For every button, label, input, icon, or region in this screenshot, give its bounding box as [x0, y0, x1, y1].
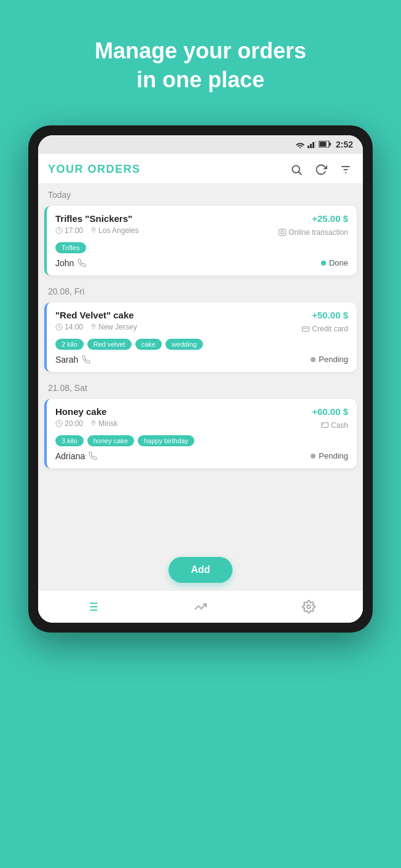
status-dot: [311, 357, 316, 362]
tag: Red velvet: [87, 339, 132, 350]
order-footer: John Done: [55, 258, 348, 268]
svg-point-7: [292, 165, 300, 173]
nav-settings-button[interactable]: [300, 598, 317, 615]
svg-point-14: [281, 231, 284, 234]
svg-rect-6: [319, 142, 326, 147]
order-name: "Red Velvet" cake: [55, 310, 134, 320]
tag: cake: [135, 339, 162, 350]
order-card-redvelvet[interactable]: "Red Velvet" cake +50.00 $ 14:00: [44, 302, 357, 372]
app-header: YOUR ORDERS: [38, 154, 363, 184]
tags-row: Trifles: [55, 242, 348, 253]
order-amount: +60.00 $: [312, 406, 348, 417]
order-time: 20:00: [55, 419, 83, 428]
order-time: 17:00: [55, 226, 83, 235]
hero-section: Manage your orders in one place: [0, 0, 401, 113]
order-header-row: Honey cake +60.00 $: [55, 406, 348, 417]
app-title: YOUR ORDERS: [48, 163, 141, 176]
add-button[interactable]: Add: [169, 557, 232, 583]
device-screen: 2:52 YOUR ORDERS: [38, 135, 363, 623]
device-frame: 2:52 YOUR ORDERS: [28, 125, 373, 633]
battery-icon: [319, 141, 331, 148]
section-2108: 21.08, Sat: [38, 377, 363, 397]
tags-row: 2 kilo Red velvet cake wedding: [55, 339, 348, 350]
order-card-honeycake[interactable]: Honey cake +60.00 $ 20:00: [44, 399, 357, 468]
status-dot: [321, 261, 326, 266]
customer-name: John: [55, 258, 86, 268]
nav-orders-button[interactable]: [84, 598, 101, 615]
svg-rect-1: [310, 144, 312, 148]
svg-rect-3: [315, 141, 316, 148]
order-name: Honey cake: [55, 406, 106, 417]
tag: happy birthday: [138, 435, 194, 446]
content-spacer: [38, 473, 363, 547]
svg-rect-0: [308, 146, 309, 148]
search-button[interactable]: [289, 162, 304, 177]
order-header-row: Trifles "Snickers" +25.00 $: [55, 213, 348, 224]
order-footer: Sarah Pending: [55, 355, 348, 365]
status-time: 2:52: [336, 140, 353, 149]
filter-button[interactable]: [338, 162, 353, 177]
svg-line-8: [299, 172, 302, 175]
order-meta-payment: 20:00 Minsk: [55, 419, 348, 432]
order-payment: Online transaction: [278, 228, 348, 237]
order-location: Los Angeles: [90, 226, 138, 235]
order-meta: 14:00 New Jersey: [55, 323, 137, 331]
svg-rect-5: [329, 143, 331, 146]
status-icons: [295, 141, 331, 148]
order-card-snickers[interactable]: Trifles "Snickers" +25.00 $ 17:00: [44, 206, 357, 275]
nav-analytics-button[interactable]: [192, 598, 209, 615]
svg-point-20: [93, 421, 94, 422]
refresh-button[interactable]: [314, 162, 328, 177]
wifi-icon: [295, 141, 305, 148]
customer-name: Adriana: [55, 451, 97, 461]
order-header-row: "Red Velvet" cake +50.00 $: [55, 310, 348, 320]
svg-rect-2: [312, 142, 314, 148]
order-location: New Jersey: [90, 323, 137, 331]
order-meta: 20:00 Minsk: [55, 419, 117, 428]
svg-point-13: [93, 228, 94, 229]
tag: 3 kilo: [55, 435, 84, 446]
order-payment: Credit card: [301, 325, 348, 333]
tag: honey cake: [87, 435, 134, 446]
order-name: Trifles "Snickers": [55, 213, 132, 224]
status-dot: [311, 454, 316, 459]
status-bar: 2:52: [38, 135, 363, 154]
order-amount: +50.00 $: [312, 310, 348, 320]
signal-icon: [308, 141, 316, 148]
customer-name: Sarah: [55, 355, 90, 365]
tag: 2 kilo: [55, 339, 84, 350]
order-location: Minsk: [90, 419, 117, 428]
svg-point-16: [93, 325, 94, 326]
header-icons: [289, 162, 353, 177]
order-time: 14:00: [55, 323, 83, 331]
order-meta-payment: 17:00 Los Angeles Onlin: [55, 226, 348, 239]
svg-point-30: [307, 605, 311, 609]
order-meta-payment: 14:00 New Jersey Credit: [55, 323, 348, 335]
bottom-nav: [38, 590, 363, 623]
section-today: Today: [38, 184, 363, 203]
order-meta: 17:00 Los Angeles: [55, 226, 138, 235]
section-2008: 20.08, Fri: [38, 280, 363, 300]
status-badge-pending2: Pending: [311, 451, 348, 460]
tag: Trifles: [55, 242, 86, 253]
order-amount: +25.00 $: [312, 213, 348, 224]
tag: wedding: [165, 339, 203, 350]
svg-rect-17: [303, 326, 309, 331]
tags-row: 3 kilo honey cake happy birthday: [55, 435, 348, 446]
status-badge-done: Done: [321, 258, 348, 267]
order-payment: Cash: [320, 421, 348, 430]
order-footer: Adriana Pending: [55, 451, 348, 461]
status-badge-pending: Pending: [311, 355, 348, 364]
hero-title: Manage your orders in one place: [95, 37, 306, 95]
